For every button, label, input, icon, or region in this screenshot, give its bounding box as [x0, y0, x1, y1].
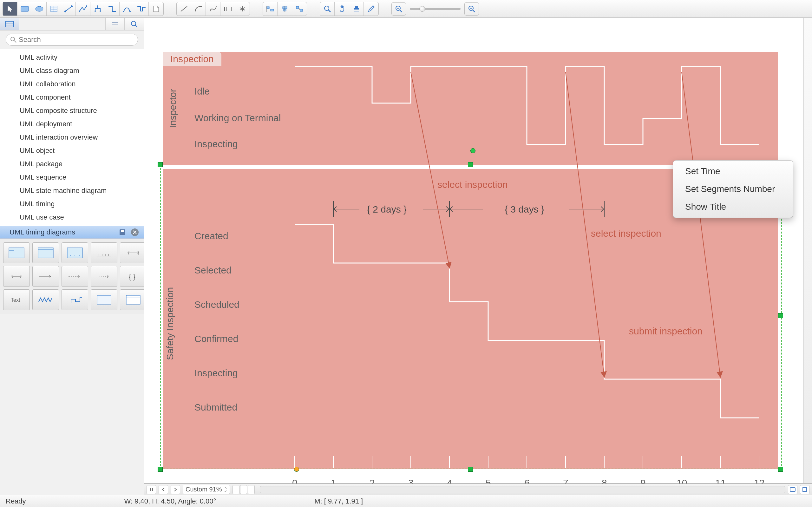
stencil-range[interactable]	[3, 266, 30, 287]
tree-tool[interactable]	[90, 2, 105, 15]
connector-tool[interactable]	[61, 2, 76, 15]
svg-point-16	[123, 11, 124, 12]
save-icon[interactable]	[119, 229, 126, 236]
toolbar-group-zoom	[320, 2, 379, 16]
stencil-window[interactable]	[120, 289, 146, 310]
stamp-tool[interactable]	[349, 2, 364, 15]
stencil-frame3[interactable]	[62, 242, 88, 263]
stencil-canvas[interactable]	[91, 289, 117, 310]
canvas-footer: Custom 91%	[144, 484, 812, 495]
step-tool[interactable]	[221, 2, 235, 15]
hand-tool[interactable]	[335, 2, 349, 15]
selection-handle[interactable]	[158, 467, 163, 472]
library-item[interactable]: UML state machine diagram	[0, 184, 144, 198]
horizontal-scrollbar[interactable]	[260, 486, 786, 493]
stencil-waveform[interactable]	[33, 289, 59, 310]
ellipse-tool[interactable]	[32, 2, 47, 15]
sidebar-tab-list[interactable]	[106, 18, 125, 30]
page-prev[interactable]	[159, 485, 168, 494]
zoom-tool[interactable]	[320, 2, 335, 15]
selection-handle[interactable]	[158, 162, 163, 167]
zoom-out-button[interactable]	[391, 2, 406, 15]
sidebar-tab-libraries[interactable]	[0, 18, 19, 30]
view-mode-1[interactable]	[233, 485, 240, 494]
polyline-tool[interactable]	[76, 2, 90, 15]
svg-line-28	[328, 10, 330, 12]
view-mode-2[interactable]	[240, 485, 247, 494]
zoom-in-button[interactable]	[464, 2, 479, 15]
stencil-frame1[interactable]	[3, 242, 30, 263]
zoom-level-field[interactable]: Custom 91%	[183, 485, 230, 494]
expand-icon[interactable]	[800, 485, 809, 494]
sidebar-tab-search[interactable]	[125, 18, 144, 30]
svg-rect-50	[9, 248, 24, 258]
status-mouse: M: [ 9.77, 1.91 ]	[314, 497, 363, 505]
view-mode-3[interactable]	[248, 485, 255, 494]
library-item[interactable]: UML interaction overview	[0, 131, 144, 144]
pause-icon[interactable]	[146, 485, 156, 494]
library-section-header[interactable]: UML timing diagrams	[0, 226, 144, 239]
svg-point-15	[115, 11, 116, 12]
close-section-icon[interactable]	[131, 228, 139, 236]
svg-line-45	[14, 41, 16, 43]
rect-tool[interactable]	[17, 2, 32, 15]
stencil-arrow-right[interactable]	[33, 266, 59, 287]
stencil-arrow-dot[interactable]	[91, 266, 117, 287]
split-tool[interactable]	[235, 2, 250, 15]
svg-rect-26	[300, 9, 303, 11]
spline-tool[interactable]	[134, 2, 149, 15]
line-tool[interactable]	[177, 2, 191, 15]
library-item[interactable]: UML sequence	[0, 171, 144, 184]
dist-left-tool[interactable]	[263, 2, 277, 15]
selection-handle[interactable]	[778, 467, 783, 472]
stencil-scale[interactable]	[120, 242, 146, 263]
ctx-item-show-title[interactable]: Show Title	[673, 198, 793, 216]
svg-line-20	[181, 6, 187, 11]
library-item[interactable]: UML object	[0, 144, 144, 157]
zoom-slider-knob[interactable]	[419, 6, 425, 12]
svg-point-7	[64, 10, 66, 12]
stencil-step[interactable]	[62, 289, 88, 310]
presentation-icon[interactable]	[788, 485, 797, 494]
library-item[interactable]: UML collaboration	[0, 77, 144, 91]
curve-tool[interactable]	[206, 2, 221, 15]
pencil-tool[interactable]	[364, 2, 378, 15]
svg-rect-60	[97, 295, 111, 304]
page-next[interactable]	[171, 485, 180, 494]
library-item[interactable]: UML activity	[0, 51, 144, 64]
canvas[interactable]: Inspection Inspector Safety Inspection I…	[144, 18, 812, 484]
vertical-scrollbar[interactable]	[803, 18, 812, 483]
library-item[interactable]: UML package	[0, 157, 144, 171]
library-item[interactable]: UML timing	[0, 198, 144, 211]
dist-center-tool[interactable]	[277, 2, 292, 15]
svg-point-19	[144, 7, 145, 8]
search-input[interactable]	[6, 34, 138, 46]
stencil-text[interactable]: Text	[3, 289, 30, 310]
ctx-item-set-time[interactable]: Set Time	[673, 162, 793, 180]
pointer-tool[interactable]	[3, 2, 17, 15]
stencil-ticks[interactable]	[91, 242, 117, 263]
library-list: UML activity UML class diagram UML colla…	[0, 49, 144, 226]
arc-tool-2[interactable]	[191, 2, 206, 15]
stencil-brace[interactable]: { }	[120, 266, 146, 287]
svg-line-80	[566, 72, 604, 377]
library-item[interactable]: UML component	[0, 91, 144, 104]
context-menu: Set Time Set Segments Number Show Title	[673, 160, 793, 218]
table-tool[interactable]	[47, 2, 61, 15]
distribute-tool[interactable]	[292, 2, 307, 15]
ctx-item-set-segments[interactable]: Set Segments Number	[673, 180, 793, 198]
ortho-tool[interactable]	[105, 2, 120, 15]
stencil-frame2[interactable]	[33, 242, 59, 263]
selection-handle[interactable]	[778, 313, 783, 318]
zoom-slider-track[interactable]	[410, 8, 460, 10]
library-item[interactable]: UML deployment	[0, 117, 144, 131]
stencil-arrow-dash[interactable]	[62, 266, 88, 287]
library-item[interactable]: UML composite structure	[0, 104, 144, 117]
library-item[interactable]: UML use case	[0, 211, 144, 224]
svg-rect-0	[21, 6, 28, 11]
library-item[interactable]: UML class diagram	[0, 64, 144, 77]
timing-diagram[interactable]: Inspection Inspector Safety Inspection I…	[163, 21, 778, 485]
status-ready: Ready	[6, 497, 26, 505]
page-tool[interactable]	[149, 2, 163, 15]
arc-tool[interactable]	[120, 2, 134, 15]
